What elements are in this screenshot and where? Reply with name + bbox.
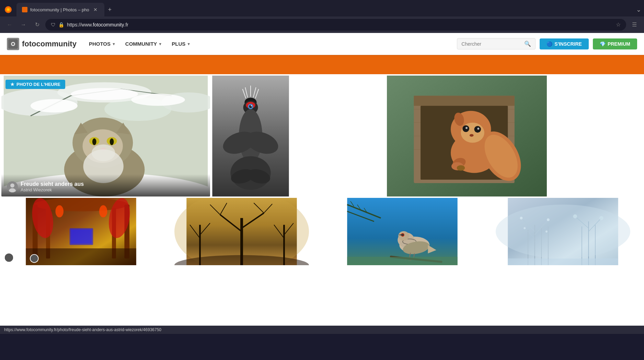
bird-sky-photo-image xyxy=(323,198,482,265)
squirrel-photo-image xyxy=(291,76,643,196)
svg-rect-56 xyxy=(414,96,515,106)
user-avatar xyxy=(7,181,18,192)
plus-chevron-icon: ▼ xyxy=(187,42,191,46)
photo-user-info: Freude sieht anders aus Astrid Wiezorek xyxy=(7,181,205,192)
browser-tab-bar: fotocommunity | Photos – pho ✕ + ⌄ xyxy=(0,0,644,16)
svg-point-87 xyxy=(99,205,107,217)
photos-chevron-icon: ▼ xyxy=(112,42,116,46)
svg-point-89 xyxy=(30,255,38,263)
orange-banner xyxy=(0,55,644,74)
svg-point-150 xyxy=(496,205,630,259)
squirrel-photo[interactable] xyxy=(291,76,643,196)
svg-point-86 xyxy=(56,205,64,217)
svg-rect-83 xyxy=(71,229,92,244)
svg-rect-129 xyxy=(347,257,457,266)
tree-photo-image xyxy=(162,198,321,265)
premium-icon: 💎 xyxy=(600,41,606,47)
site-navigation: fotocommunity PHOTOS ▼ COMMUNITY ▼ PLUS … xyxy=(0,33,644,55)
svg-point-45 xyxy=(251,105,252,106)
community-chevron-icon: ▼ xyxy=(158,42,162,46)
svg-point-16 xyxy=(131,94,185,106)
status-bar: https://www.fotocommunity.fr/photo/freud… xyxy=(0,326,644,334)
winter-photo[interactable] xyxy=(483,198,643,265)
svg-point-24 xyxy=(110,138,114,145)
register-icon: 🔵 xyxy=(547,41,552,47)
forward-button[interactable]: → xyxy=(18,19,29,30)
status-url-text: https://www.fotocommunity.fr/photo/freud… xyxy=(4,327,161,332)
pagination-dot xyxy=(636,190,639,192)
svg-rect-151 xyxy=(508,258,618,265)
search-input[interactable] xyxy=(461,41,521,47)
svg-point-69 xyxy=(470,134,474,137)
shield-icon: 🛡 xyxy=(51,22,56,27)
address-bar: ← → ↻ 🛡 🔒 https://www.fotocommunity.fr ☆… xyxy=(0,16,644,33)
hamburger-menu-button[interactable]: ☰ xyxy=(629,19,640,30)
svg-point-67 xyxy=(465,127,468,129)
firefox-icon xyxy=(3,4,14,15)
svg-point-15 xyxy=(71,88,138,100)
url-bar[interactable]: 🛡 🔒 https://www.fotocommunity.fr ☆ xyxy=(45,19,626,31)
site-logo[interactable]: fotocommunity xyxy=(7,38,77,50)
svg-point-68 xyxy=(477,128,479,130)
svg-point-75 xyxy=(457,165,465,171)
crane-photo[interactable] xyxy=(211,76,290,196)
photo-of-hour-badge: ★ PHOTO DE L'HEURE xyxy=(5,80,65,89)
search-button[interactable]: 🔍 xyxy=(524,41,531,47)
search-box[interactable]: 🔍 xyxy=(457,38,536,49)
svg-point-14 xyxy=(31,99,78,112)
winter-photo-image xyxy=(483,198,643,265)
register-button[interactable]: 🔵 S'INSCRIRE xyxy=(540,38,589,49)
photo-caption: Freude sieht anders aus Astrid Wiezorek xyxy=(1,174,210,196)
bottom-photo-grid xyxy=(0,198,644,267)
tab-more-button[interactable]: ⌄ xyxy=(636,6,641,13)
photo-title: Freude sieht anders aus xyxy=(21,181,84,187)
bird-sky-photo[interactable] xyxy=(323,198,482,265)
svg-point-2 xyxy=(7,9,9,11)
tab-favicon xyxy=(22,7,27,12)
svg-point-29 xyxy=(92,144,115,161)
bookmark-star-icon[interactable]: ☆ xyxy=(616,21,621,28)
tree-photo[interactable] xyxy=(162,198,321,265)
svg-point-5 xyxy=(12,43,14,45)
back-button[interactable]: ← xyxy=(4,19,15,30)
premium-button[interactable]: 💎 PREMIUM xyxy=(593,38,637,49)
tab-close-button[interactable]: ✕ xyxy=(92,6,99,13)
svg-point-64 xyxy=(461,123,484,143)
logo-text: fotocommunity xyxy=(22,40,77,48)
svg-point-90 xyxy=(5,254,13,262)
top-photo-grid: ★ PHOTO DE L'HEURE Freude sieht anders a… xyxy=(0,74,644,198)
browser-tab-active[interactable]: fotocommunity | Photos – pho ✕ xyxy=(16,3,104,16)
tab-title: fotocommunity | Photos – pho xyxy=(30,7,89,12)
photo-author: Astrid Wiezorek xyxy=(21,187,84,192)
nav-photos[interactable]: PHOTOS ▼ xyxy=(85,38,120,49)
star-icon: ★ xyxy=(10,82,14,87)
crane-photo-image xyxy=(211,76,290,196)
website-content: fotocommunity PHOTOS ▼ COMMUNITY ▼ PLUS … xyxy=(0,33,644,326)
svg-point-31 xyxy=(10,183,14,188)
nav-right: 🔍 🔵 S'INSCRIRE 💎 PREMIUM xyxy=(457,38,637,49)
interior-photo-image xyxy=(1,198,161,265)
url-text: https://www.fotocommunity.fr xyxy=(67,22,128,27)
svg-point-23 xyxy=(92,138,96,145)
nav-links: PHOTOS ▼ COMMUNITY ▼ PLUS ▼ xyxy=(85,38,457,49)
featured-photo[interactable]: ★ PHOTO DE L'HEURE Freude sieht anders a… xyxy=(1,76,210,196)
new-tab-button[interactable]: + xyxy=(104,4,115,15)
lock-icon: 🔒 xyxy=(58,22,64,27)
interior-photo[interactable] xyxy=(1,198,161,265)
photo-author-avatar xyxy=(4,253,14,262)
nav-plus[interactable]: PLUS ▼ xyxy=(168,38,195,49)
logo-icon xyxy=(7,38,19,50)
svg-rect-88 xyxy=(26,248,136,265)
nav-community[interactable]: COMMUNITY ▼ xyxy=(121,38,166,49)
reload-button[interactable]: ↻ xyxy=(32,19,43,30)
